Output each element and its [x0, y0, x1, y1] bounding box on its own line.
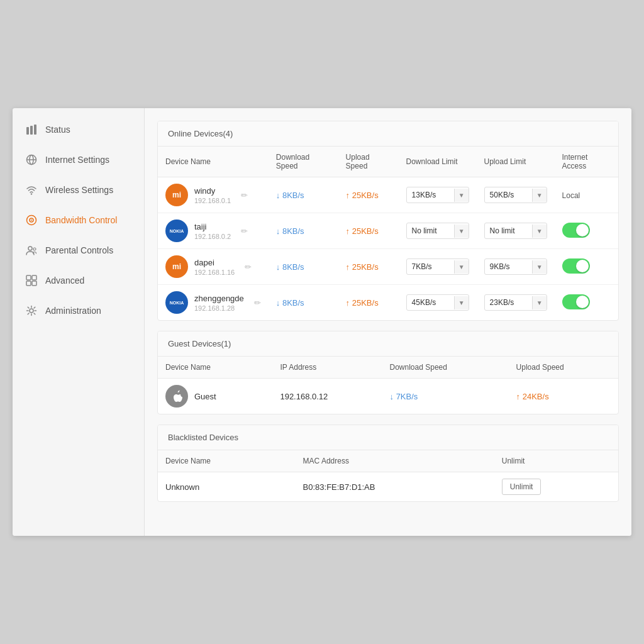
upload-limit-taiji[interactable]: No limit ▼ [477, 213, 555, 249]
download-speed-taiji: ↓ 8KB/s [269, 213, 338, 249]
avatar-windy: mi [165, 184, 188, 206]
blacklisted-devices-header: Blacklisted Devices [158, 425, 618, 450]
status-icon [25, 123, 38, 136]
device-name-windy: windy [194, 186, 231, 196]
sidebar-item-status-label: Status [45, 125, 70, 135]
col-download-limit: Download Limit [399, 147, 477, 177]
svg-point-16 [30, 309, 33, 313]
sidebar-item-status[interactable]: Status [13, 114, 144, 145]
sidebar-item-wireless-settings[interactable]: Wireless Settings [13, 175, 144, 205]
download-speed-dapei: ↓ 8KB/s [269, 249, 338, 285]
wireless-icon [25, 184, 38, 196]
table-row: mi dapei 192.168.1.16 ✏ ↓ 8KB/s ↑ 25KB/s [158, 249, 618, 285]
upload-limit-value-dapei: 9KB/s [485, 259, 532, 274]
download-speed-zhenggengde: ↓ 8KB/s [269, 285, 338, 321]
device-ip-windy: 192.168.0.1 [194, 197, 231, 204]
edit-icon-zhenggengde[interactable]: ✏ [254, 298, 261, 308]
blacklist-device-name: Unknown [158, 472, 296, 502]
internet-access-taiji[interactable] [555, 213, 618, 249]
device-cell-taiji: NOKIA taiji 192.168.0.2 ✏ [158, 213, 269, 249]
upload-limit-arrow-dapei[interactable]: ▼ [532, 260, 547, 274]
edit-icon-taiji[interactable]: ✏ [241, 226, 248, 236]
guest-col-upload-speed: Upload Speed [509, 357, 618, 379]
blacklist-col-device-name: Device Name [158, 450, 296, 472]
col-upload-limit: Upload Limit [477, 147, 555, 177]
sidebar-item-parental-controls[interactable]: Parental Controls [13, 235, 144, 265]
upload-speed-taiji: ↑ 25KB/s [338, 213, 399, 249]
sidebar-item-bandwidth-label: Bandwidth Control [45, 215, 117, 225]
svg-text:NOKIA: NOKIA [170, 229, 184, 233]
internet-access-label-windy: Local [562, 191, 580, 200]
col-internet-access: Internet Access [555, 147, 618, 177]
download-limit-taiji[interactable]: No limit ▼ [399, 213, 477, 249]
blacklist-col-unlimit: Unlimit [494, 450, 618, 472]
svg-rect-13 [32, 275, 36, 280]
internet-access-dapei[interactable] [555, 249, 618, 285]
svg-rect-14 [26, 281, 31, 286]
upload-limit-windy[interactable]: 50KB/s ▼ [477, 177, 555, 213]
device-name-taiji: taiji [194, 222, 231, 231]
col-download-speed: Download Speed [269, 147, 338, 177]
avatar-dapei: mi [165, 255, 188, 278]
svg-text:mi: mi [172, 191, 181, 199]
download-limit-windy[interactable]: 13KB/s ▼ [399, 177, 477, 213]
avatar-zhenggengde: NOKIA [165, 291, 188, 314]
device-name-dapei: dapei [194, 258, 235, 267]
svg-point-9 [31, 219, 32, 221]
bandwidth-icon [25, 214, 38, 226]
device-ip-taiji: 192.168.0.2 [194, 233, 231, 240]
internet-access-zhenggengde[interactable] [555, 285, 618, 321]
upload-limit-arrow-zhenggengde[interactable]: ▼ [532, 296, 547, 309]
guest-devices-header: Guest Devices(1) [158, 331, 618, 357]
upload-limit-value-taiji: No limit [485, 223, 532, 238]
table-row: NOKIA zhenggengde 192.168.1.28 ✏ ↓ 8KB/s… [158, 285, 618, 321]
unlimit-button[interactable]: Unlimit [502, 479, 541, 495]
svg-text:mi: mi [172, 262, 181, 271]
sidebar-item-administration[interactable]: Administration [13, 296, 144, 326]
svg-point-11 [33, 248, 36, 250]
device-ip-dapei: 192.168.1.16 [194, 269, 235, 276]
blacklisted-devices-table: Device Name MAC Address Unlimit Unknown … [158, 450, 618, 501]
upload-limit-dapei[interactable]: 9KB/s ▼ [477, 249, 555, 285]
upload-limit-zhenggengde[interactable]: 23KB/s ▼ [477, 285, 555, 321]
download-limit-dapei[interactable]: 7KB/s ▼ [399, 249, 477, 285]
app-container: Status Internet Settings [13, 108, 631, 536]
main-content: Online Devices(4) Device Name Download S… [145, 108, 631, 536]
guest-device-cell: Guest [158, 379, 272, 414]
sidebar-item-bandwidth-control[interactable]: Bandwidth Control [13, 205, 144, 235]
upload-limit-arrow-windy[interactable]: ▼ [532, 189, 547, 202]
sidebar: Status Internet Settings [13, 108, 145, 536]
svg-rect-15 [32, 281, 36, 286]
guest-device-name: Guest [194, 392, 216, 401]
upload-limit-value-windy: 50KB/s [485, 187, 532, 203]
upload-limit-arrow-taiji[interactable]: ▼ [532, 225, 547, 238]
toggle-taiji [562, 223, 590, 238]
svg-text:NOKIA: NOKIA [170, 301, 184, 305]
guest-col-download-speed: Download Speed [382, 357, 509, 379]
guest-col-device-name: Device Name [158, 357, 272, 379]
upload-limit-value-zhenggengde: 23KB/s [485, 295, 532, 310]
download-limit-value-windy: 13KB/s [407, 187, 454, 203]
sidebar-item-admin-label: Administration [45, 306, 101, 316]
download-speed-windy: ↓ 8KB/s [269, 177, 338, 213]
table-row: Guest 192.168.0.12 ↓ 7KB/s ↑ 24KB/s [158, 379, 618, 414]
download-limit-zhenggengde[interactable]: 45KB/s ▼ [399, 285, 477, 321]
download-limit-arrow-windy[interactable]: ▼ [454, 189, 469, 202]
edit-icon-windy[interactable]: ✏ [241, 191, 248, 200]
sidebar-item-parental-label: Parental Controls [45, 245, 113, 255]
guest-ip: 192.168.0.12 [272, 379, 382, 414]
svg-rect-1 [30, 126, 33, 135]
svg-point-6 [31, 193, 32, 194]
download-limit-arrow-dapei[interactable]: ▼ [454, 260, 469, 274]
download-limit-arrow-taiji[interactable]: ▼ [454, 225, 469, 238]
avatar-guest [165, 385, 188, 408]
edit-icon-dapei[interactable]: ✏ [245, 262, 252, 272]
device-cell-dapei: mi dapei 192.168.1.16 ✏ [158, 249, 269, 285]
svg-rect-12 [26, 275, 31, 280]
download-limit-value-zhenggengde: 45KB/s [407, 295, 454, 310]
guest-devices-section: Guest Devices(1) Device Name IP Address … [157, 331, 619, 414]
guest-download-speed: ↓ 7KB/s [382, 379, 509, 414]
sidebar-item-advanced[interactable]: Advanced [13, 265, 144, 296]
download-limit-arrow-zhenggengde[interactable]: ▼ [454, 296, 469, 309]
sidebar-item-internet-settings[interactable]: Internet Settings [13, 145, 144, 175]
